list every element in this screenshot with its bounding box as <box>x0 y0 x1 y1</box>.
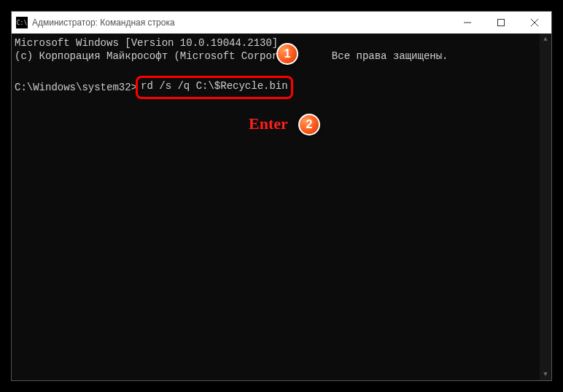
terminal-area[interactable]: Microsoft Windows [Version 10.0.19044.21… <box>12 34 551 380</box>
command-highlight: rd /s /q C:\$Recycle.bin <box>136 76 293 99</box>
window-controls <box>451 12 551 34</box>
enter-annotation: Enter <box>249 117 288 130</box>
titlebar[interactable]: C:\ Администратор: Командная строка <box>12 12 551 34</box>
maximize-button[interactable] <box>484 12 518 34</box>
close-button[interactable] <box>518 12 551 34</box>
blank-line <box>15 63 548 76</box>
vertical-scrollbar[interactable]: ▲ ▼ <box>540 34 551 380</box>
window-title: Администратор: Командная строка <box>32 17 175 28</box>
annotation-badge-1: 1 <box>276 43 298 65</box>
prompt-text: C:\Windows\system32> <box>15 81 137 94</box>
cmd-window: C:\ Администратор: Командная строка Micr… <box>11 11 552 381</box>
scroll-down-arrow[interactable]: ▼ <box>540 369 551 380</box>
cmd-icon: C:\ <box>16 17 28 28</box>
command-text: rd /s /q C:\$Recycle.bin <box>141 80 288 92</box>
scroll-up-arrow[interactable]: ▲ <box>540 34 551 45</box>
annotation-badge-2: 2 <box>298 114 320 136</box>
minimize-button[interactable] <box>451 12 484 34</box>
command-line[interactable]: C:\Windows\system32>rd /s /q C:\$Recycle… <box>15 76 548 99</box>
svg-rect-1 <box>498 20 505 26</box>
